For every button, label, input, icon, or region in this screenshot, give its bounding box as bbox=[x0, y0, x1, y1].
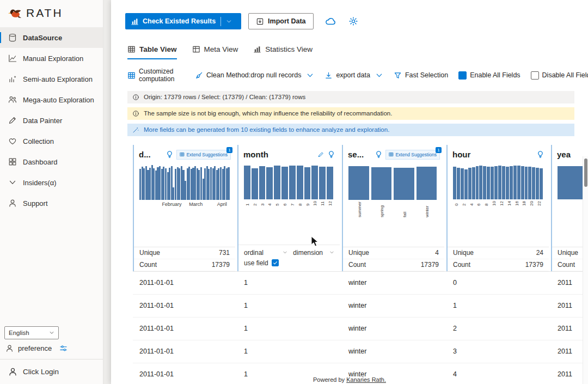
scrollbar-thumb[interactable] bbox=[584, 159, 587, 187]
table-cell: 2 bbox=[446, 318, 551, 340]
use-field-label: use field bbox=[244, 259, 268, 267]
sidebar-item-label: DataSource bbox=[23, 34, 62, 42]
chevron-down-icon[interactable] bbox=[226, 19, 232, 25]
import-data-button[interactable]: Import Data bbox=[248, 13, 313, 29]
view-tabs: Table View Meta View Statistics View bbox=[127, 45, 588, 59]
stat-label: Unique bbox=[453, 249, 474, 257]
date-histogram[interactable] bbox=[139, 165, 230, 200]
gear-icon bbox=[348, 16, 358, 26]
sidebar-item-dashboard[interactable]: Dashboard bbox=[0, 151, 103, 172]
sidebar-item-manual-exploration[interactable]: Manual Exploration bbox=[0, 48, 103, 69]
clean-broom-icon bbox=[195, 71, 203, 80]
vertical-scrollbar[interactable] bbox=[583, 156, 588, 384]
sidebar-item-data-painter[interactable]: Data Painter bbox=[0, 110, 103, 131]
cloud-sync-button[interactable] bbox=[325, 16, 336, 27]
table-row: 2011-01-011winter32011 bbox=[133, 340, 588, 363]
app-title: RATH bbox=[26, 7, 63, 20]
info-icon bbox=[132, 110, 139, 117]
field-title: se... bbox=[348, 150, 372, 159]
chevron-down-icon bbox=[8, 178, 17, 187]
hour-histogram[interactable] bbox=[453, 164, 543, 199]
field-suggestion-bar[interactable]: More fields can be generated from 10 exi… bbox=[127, 124, 574, 136]
extend-suggestions-button[interactable]: Extend Suggestions 1 bbox=[385, 150, 440, 160]
table-cell: winter bbox=[342, 295, 446, 317]
cloud-icon bbox=[325, 16, 336, 27]
stat-value: 17379 bbox=[212, 261, 230, 269]
chevron-down-icon bbox=[329, 250, 334, 255]
field-stats: Unique4 Count17379 bbox=[343, 247, 444, 271]
table-row: 2011-01-011winter22011 bbox=[133, 318, 588, 340]
clean-method-label: Clean Method:drop null records bbox=[206, 71, 301, 79]
lightbulb-icon[interactable] bbox=[375, 150, 383, 159]
field-stats: Unique731 Count17379 bbox=[134, 247, 235, 271]
pencil-icon[interactable] bbox=[317, 151, 324, 158]
data-table: 2011-01-011winter020112011-01-011winter1… bbox=[133, 271, 588, 384]
sidebar: RATH DataSource Manual Exploration Semi-… bbox=[0, 0, 103, 384]
table-cell: 1 bbox=[237, 295, 342, 317]
sidebar-item-datasource[interactable]: DataSource bbox=[0, 27, 103, 48]
lightbulb-icon[interactable] bbox=[166, 150, 174, 159]
sidebar-bottom: English preference Click Login bbox=[0, 326, 103, 384]
extend-suggestions-label: Extend Suggestions bbox=[186, 152, 228, 157]
use-field-checkbox[interactable] bbox=[272, 259, 279, 266]
settings-button[interactable] bbox=[343, 16, 358, 26]
semantic-type-dropdown[interactable]: ordinal bbox=[244, 249, 287, 257]
stat-label: Count bbox=[453, 261, 470, 269]
filter-funnel-icon bbox=[394, 71, 402, 80]
lightbulb-icon[interactable] bbox=[327, 150, 335, 159]
sidebar-item-support[interactable]: Support bbox=[0, 193, 103, 214]
app-root: RATH DataSource Manual Exploration Semi-… bbox=[0, 0, 588, 384]
tab-label: Table View bbox=[139, 45, 177, 53]
sidebar-item-mega-auto-exploration[interactable]: Mega-auto Exploration bbox=[0, 89, 103, 110]
lightbulb-icon[interactable] bbox=[536, 150, 544, 159]
extend-suggestions-label: Extend Suggestions bbox=[395, 152, 437, 157]
language-select[interactable]: English bbox=[4, 326, 59, 339]
sidebar-item-semi-auto-exploration[interactable]: Semi-auto Exploration bbox=[0, 69, 103, 89]
download-icon bbox=[324, 71, 333, 80]
sidebar-item-label: Collection bbox=[23, 137, 54, 145]
suggestion-text: More fields can be generated from 10 exi… bbox=[144, 126, 389, 133]
export-data-label: export data bbox=[336, 71, 370, 79]
table-cell: winter bbox=[342, 272, 446, 294]
customized-computation-button[interactable]: Customized computation bbox=[127, 68, 185, 83]
table-grid-icon bbox=[127, 45, 136, 53]
statistics-chart-icon bbox=[253, 45, 261, 53]
month-histogram[interactable] bbox=[244, 164, 334, 199]
check-existed-results-button[interactable]: Check Existed Results bbox=[125, 13, 241, 29]
sidebar-item-collection[interactable]: Collection bbox=[0, 131, 103, 151]
disable-all-fields-checkbox[interactable]: Disable All Fields bbox=[531, 71, 588, 80]
chevron-down-icon bbox=[306, 71, 314, 80]
field-cards-row: d... Extend Suggestions 1 FebruaryMarchA… bbox=[133, 145, 588, 271]
sparkle-chart-icon bbox=[8, 75, 17, 83]
fast-selection-button[interactable]: Fast Selection bbox=[394, 71, 448, 80]
table-cell: winter bbox=[342, 318, 446, 340]
tab-table-view[interactable]: Table View bbox=[127, 45, 177, 59]
clean-method-dropdown[interactable]: Clean Method:drop null records bbox=[195, 71, 314, 80]
grid-icon bbox=[180, 152, 185, 157]
table-cell: 2011-01-01 bbox=[133, 272, 237, 294]
tab-meta-view[interactable]: Meta View bbox=[192, 45, 238, 59]
checkbox-unchecked-icon bbox=[531, 71, 539, 80]
enable-all-fields-checkbox[interactable]: Enable All Fields bbox=[458, 71, 520, 80]
season-histogram[interactable] bbox=[348, 165, 439, 200]
table-cell: 1 bbox=[446, 295, 551, 317]
table-cell: 1 bbox=[237, 272, 342, 294]
histogram-x-labels: summerspringfallwinter bbox=[348, 202, 439, 217]
sample-size-warning-bar: The sample size is not big enough, which… bbox=[127, 107, 574, 120]
preference-button[interactable]: preference bbox=[0, 344, 103, 359]
export-data-dropdown[interactable]: export data bbox=[324, 71, 383, 80]
tab-statistics-view[interactable]: Statistics View bbox=[253, 45, 313, 59]
extend-suggestions-button[interactable]: Extend Suggestions 1 bbox=[176, 150, 231, 160]
customized-computation-label: Customized computation bbox=[139, 68, 185, 83]
kanaries-rath-link[interactable]: Kanaries Rath. bbox=[346, 376, 386, 383]
field-title: hour bbox=[452, 150, 534, 159]
login-button[interactable]: Click Login bbox=[0, 359, 103, 384]
origin-info-bar: Origin: 17379 rows / Select: (17379) / C… bbox=[127, 91, 574, 103]
analytic-type-dropdown[interactable]: dimension bbox=[293, 249, 334, 257]
sidebar-item-insiders[interactable]: Insiders(α) bbox=[0, 172, 103, 193]
person-icon bbox=[8, 367, 17, 376]
settings-sliders-icon bbox=[59, 344, 68, 352]
sidebar-item-label: Dashboard bbox=[23, 158, 58, 166]
preference-label: preference bbox=[18, 344, 52, 352]
suggestion-count-badge: 1 bbox=[436, 147, 442, 153]
